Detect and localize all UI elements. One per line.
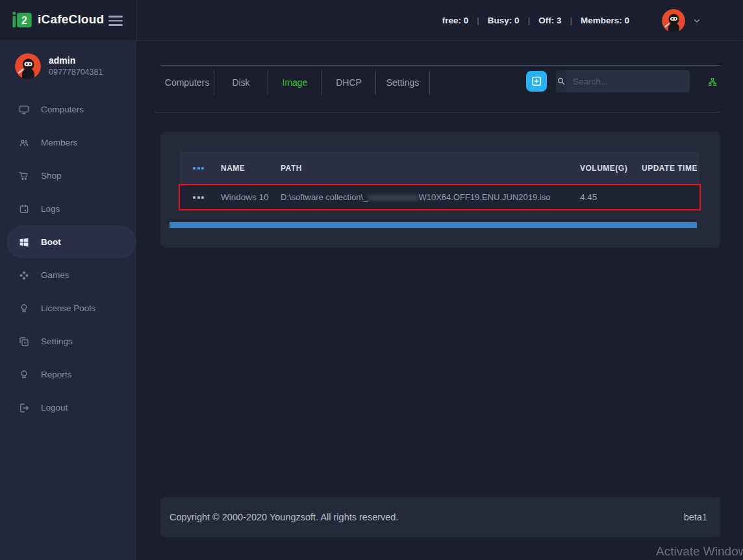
badge-icon bbox=[18, 369, 30, 381]
busy-count: Busy: 0 bbox=[488, 16, 520, 25]
separator: | bbox=[477, 16, 479, 25]
search-box bbox=[556, 70, 690, 92]
topbar: 2 iCafeCloud free: 0 | Busy: 0 | Off: 3 … bbox=[0, 0, 743, 41]
logout-icon bbox=[18, 402, 30, 414]
version-label: beta1 bbox=[684, 512, 707, 522]
cell-name: Windows 10 bbox=[221, 192, 281, 202]
search-input[interactable] bbox=[566, 70, 690, 92]
sidebar-item-label: Computers bbox=[41, 105, 84, 114]
col-header-name: NAME bbox=[221, 164, 281, 173]
footer: Copyright © 2000-2020 Youngzsoft. All ri… bbox=[160, 497, 720, 537]
sidebar-menu: Computers Members Shop Logs Boot Games bbox=[0, 93, 136, 424]
separator: | bbox=[528, 16, 531, 25]
topbar-divider bbox=[136, 0, 137, 41]
copies-icon bbox=[18, 336, 30, 348]
sidebar-item-label: Shop bbox=[41, 171, 62, 181]
main-content: Computers Disk Image DHCP Settings NAME … bbox=[136, 41, 743, 560]
divider bbox=[155, 112, 720, 112]
tab-disk[interactable]: Disk bbox=[214, 70, 268, 95]
tab-image[interactable]: Image bbox=[268, 70, 322, 95]
tab-bar: Computers Disk Image DHCP Settings bbox=[160, 70, 430, 95]
col-header-update-time: UPDATE TIME bbox=[642, 164, 699, 173]
image-table-card: NAME PATH VOLUME(G) UPDATE TIME Windows … bbox=[160, 132, 720, 248]
sidebar-item-logout[interactable]: Logout bbox=[0, 391, 136, 424]
row-actions-icon[interactable] bbox=[193, 167, 221, 170]
col-header-volume: VOLUME(G) bbox=[580, 164, 642, 173]
calendar-icon bbox=[18, 203, 30, 215]
status-counters: free: 0 | Busy: 0 | Off: 3 | Members: 0 bbox=[442, 16, 629, 25]
sidebar-item-label: Games bbox=[41, 270, 69, 280]
cell-path: D:\software collection\_xxxxxxxxxxxxW10X… bbox=[281, 192, 580, 202]
network-boot-button[interactable] bbox=[704, 73, 721, 90]
brand-title: iCafeCloud bbox=[38, 12, 104, 27]
user-avatar[interactable] bbox=[662, 9, 685, 32]
sidebar-item-label: License Pools bbox=[41, 303, 95, 313]
sidebar-item-games[interactable]: Games bbox=[0, 259, 136, 292]
sidebar-item-settings[interactable]: Settings bbox=[0, 325, 136, 358]
icafecloud-logo-icon: 2 bbox=[12, 10, 32, 29]
sidebar-item-logs[interactable]: Logs bbox=[0, 192, 136, 225]
cell-volume: 4.45 bbox=[580, 192, 642, 202]
sidebar: admin 097778704381 Computers Members Sho… bbox=[0, 41, 136, 560]
svg-text:2: 2 bbox=[21, 15, 27, 26]
sitemap-icon bbox=[708, 75, 717, 89]
sidebar-item-label: Settings bbox=[41, 337, 73, 346]
tab-settings[interactable]: Settings bbox=[376, 70, 430, 95]
off-count: Off: 3 bbox=[538, 16, 561, 25]
cart-icon bbox=[18, 170, 30, 182]
brand[interactable]: 2 iCafeCloud bbox=[12, 10, 104, 29]
user-name: admin bbox=[49, 55, 103, 67]
user-phone: 097778704381 bbox=[49, 67, 103, 78]
members-count: Members: 0 bbox=[581, 16, 629, 25]
separator: | bbox=[570, 16, 572, 25]
tab-dhcp[interactable]: DHCP bbox=[322, 70, 376, 95]
chevron-down-icon[interactable] bbox=[692, 16, 701, 25]
gamepad-icon bbox=[18, 270, 30, 281]
col-header-path: PATH bbox=[281, 164, 580, 173]
activate-windows-watermark: Activate Windows bbox=[656, 544, 743, 559]
sidebar-item-shop[interactable]: Shop bbox=[0, 159, 136, 192]
sidebar-item-label: Logout bbox=[41, 403, 68, 413]
tab-computers[interactable]: Computers bbox=[160, 70, 214, 95]
sidebar-item-computers[interactable]: Computers bbox=[0, 93, 136, 126]
menu-toggle-icon[interactable] bbox=[108, 14, 124, 27]
divider bbox=[160, 65, 720, 66]
add-box-icon bbox=[530, 75, 543, 88]
topbar-right: free: 0 | Busy: 0 | Off: 3 | Members: 0 bbox=[442, 0, 701, 41]
sidebar-item-label: Reports bbox=[41, 370, 71, 379]
app-window: 2 iCafeCloud free: 0 | Busy: 0 | Off: 3 … bbox=[0, 0, 743, 560]
redacted-path-segment: xxxxxxxxxxxx bbox=[368, 192, 418, 202]
sidebar-item-members[interactable]: Members bbox=[0, 126, 136, 159]
sidebar-item-label: Members bbox=[41, 138, 77, 147]
user-avatar bbox=[15, 53, 41, 79]
monitor-icon bbox=[18, 104, 30, 116]
horizontal-scrollbar[interactable] bbox=[170, 222, 697, 228]
sidebar-item-license-pools[interactable]: License Pools bbox=[0, 292, 136, 325]
windows-icon bbox=[18, 236, 30, 248]
table-row[interactable]: Windows 10 D:\software collection\_xxxxx… bbox=[179, 184, 701, 210]
search-icon bbox=[556, 70, 566, 92]
badge-icon bbox=[18, 303, 30, 314]
table-header: NAME PATH VOLUME(G) UPDATE TIME bbox=[180, 151, 699, 185]
add-image-button[interactable] bbox=[526, 71, 547, 92]
free-count: free: 0 bbox=[442, 16, 469, 25]
sidebar-item-boot[interactable]: Boot bbox=[6, 225, 136, 259]
people-icon bbox=[18, 137, 30, 149]
sidebar-user-block: admin 097778704381 bbox=[15, 53, 103, 79]
row-actions-icon[interactable] bbox=[193, 196, 221, 199]
sidebar-item-label: Logs bbox=[41, 204, 60, 214]
sidebar-item-label: Boot bbox=[41, 237, 61, 247]
sidebar-item-reports[interactable]: Reports bbox=[0, 358, 136, 391]
copyright-text: Copyright © 2000-2020 Youngzsoft. All ri… bbox=[170, 512, 398, 522]
